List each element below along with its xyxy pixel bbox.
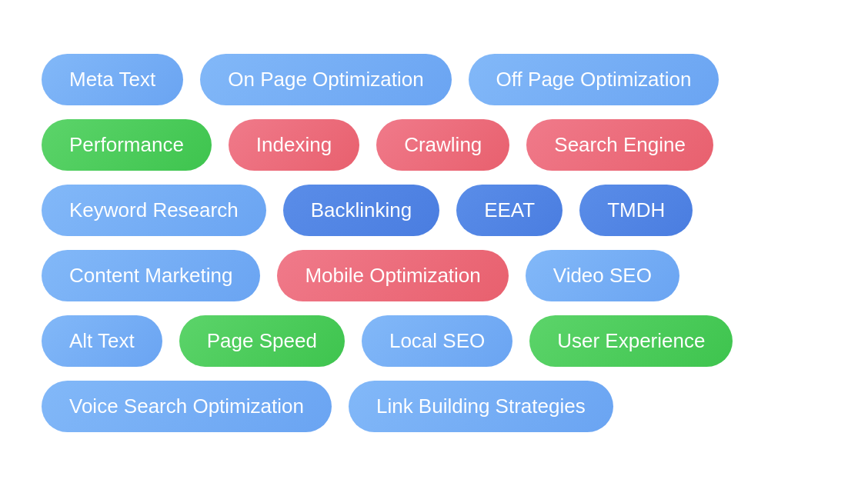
- row-row5: Alt TextPage SpeedLocal SEOUser Experien…: [42, 315, 826, 367]
- tag-voice-search-optimization[interactable]: Voice Search Optimization: [42, 381, 332, 432]
- tag-alt-text[interactable]: Alt Text: [42, 315, 162, 367]
- row-row4: Content MarketingMobile OptimizationVide…: [42, 250, 826, 301]
- tag-video-seo[interactable]: Video SEO: [526, 250, 679, 301]
- tag-tmdh[interactable]: TMDH: [579, 185, 693, 236]
- tag-keyword-research[interactable]: Keyword Research: [42, 185, 266, 236]
- tag-indexing[interactable]: Indexing: [229, 119, 359, 171]
- tag-search-engine[interactable]: Search Engine: [526, 119, 713, 171]
- tag-meta-text[interactable]: Meta Text: [42, 54, 183, 105]
- tag-performance[interactable]: Performance: [42, 119, 212, 171]
- tag-link-building-strategies[interactable]: Link Building Strategies: [349, 381, 613, 432]
- row-row2: PerformanceIndexingCrawlingSearch Engine: [42, 119, 826, 171]
- row-row1: Meta TextOn Page OptimizationOff Page Op…: [42, 54, 826, 105]
- tag-mobile-optimization[interactable]: Mobile Optimization: [277, 250, 508, 301]
- row-row6: Voice Search OptimizationLink Building S…: [42, 381, 826, 432]
- tag-crawling[interactable]: Crawling: [376, 119, 509, 171]
- tags-container: Meta TextOn Page OptimizationOff Page Op…: [26, 23, 842, 463]
- tag-on-page-optimization[interactable]: On Page Optimization: [200, 54, 451, 105]
- tag-backlinking[interactable]: Backlinking: [283, 185, 440, 236]
- tag-user-experience[interactable]: User Experience: [529, 315, 733, 367]
- tag-eeat[interactable]: EEAT: [456, 185, 563, 236]
- tag-content-marketing[interactable]: Content Marketing: [42, 250, 260, 301]
- tag-local-seo[interactable]: Local SEO: [362, 315, 512, 367]
- tag-off-page-optimization[interactable]: Off Page Optimization: [469, 54, 719, 105]
- tag-page-speed[interactable]: Page Speed: [179, 315, 345, 367]
- row-row3: Keyword ResearchBacklinkingEEATTMDH: [42, 185, 826, 236]
